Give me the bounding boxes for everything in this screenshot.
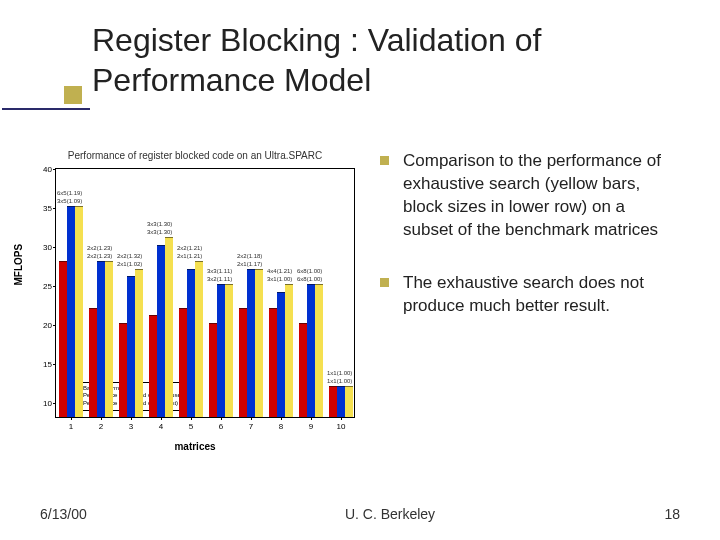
bar-annotation: 3x5(1.09)	[57, 198, 82, 204]
bar-blue	[97, 261, 105, 417]
bar-red	[149, 315, 157, 417]
title-block: Register Blocking : Validation of Perfor…	[92, 20, 672, 100]
bar-group	[149, 237, 173, 417]
bar-annotation: 1x1(1.00)	[327, 378, 352, 384]
x-tick-label: 2	[91, 422, 111, 431]
bar-blue	[247, 269, 255, 417]
y-tick-label: 40	[32, 165, 52, 174]
bar-red	[59, 261, 67, 417]
x-tick-label: 9	[301, 422, 321, 431]
bar-annotation: 6x5(1.19)	[57, 190, 82, 196]
bar-annotation: 6x8(1.00)	[297, 276, 322, 282]
text-column: Comparison to the performance of exhaust…	[380, 150, 700, 450]
footer-date: 6/13/00	[40, 506, 160, 522]
content-row: Performance of register blocked code on …	[0, 150, 720, 450]
bar-group	[239, 269, 263, 417]
footer: 6/13/00 U. C. Berkeley 18	[0, 506, 720, 522]
bar-annotation: 2x1(1.17)	[237, 261, 262, 267]
bar-yellow	[255, 269, 263, 417]
chart-title: Performance of register blocked code on …	[20, 150, 370, 161]
bar-group	[119, 269, 143, 417]
bullet-square-icon	[380, 156, 389, 165]
footer-page-number: 18	[620, 506, 680, 522]
y-tick-label: 30	[32, 243, 52, 252]
bullet-item: Comparison to the performance of exhaust…	[380, 150, 670, 242]
bar-annotation: 2x2(1.21)	[177, 245, 202, 251]
bar-red	[209, 323, 217, 417]
bar-yellow	[315, 284, 323, 417]
bar-annotation: 3x1(1.00)	[267, 276, 292, 282]
bar-group	[299, 284, 323, 417]
y-axis-label: MFLOPS	[13, 244, 24, 286]
bar-annotation: 2x2(1.18)	[237, 253, 262, 259]
bar-blue	[127, 276, 135, 417]
bullet-square-icon	[380, 278, 389, 287]
page-title: Register Blocking : Validation of Perfor…	[92, 20, 672, 100]
bar-blue	[187, 269, 195, 417]
x-tick-label: 10	[331, 422, 351, 431]
bullet-text: The exhaustive search does not produce m…	[403, 272, 670, 318]
bar-red	[179, 308, 187, 417]
bar-annotation: 2x1(1.02)	[117, 261, 142, 267]
x-tick-label: 6	[211, 422, 231, 431]
bar-yellow	[345, 386, 353, 417]
bar-red	[329, 386, 337, 417]
y-tick-label: 20	[32, 321, 52, 330]
x-axis-label: matrices	[20, 441, 370, 452]
bar-red	[119, 323, 127, 417]
bar-group	[269, 284, 293, 417]
bar-group	[209, 284, 233, 417]
bar-yellow	[195, 261, 203, 417]
bar-blue	[277, 292, 285, 417]
bar-annotation: 2x2(1.23)	[87, 253, 112, 259]
bar-yellow	[75, 206, 83, 417]
x-tick-label: 3	[121, 422, 141, 431]
y-tick-label: 15	[32, 360, 52, 369]
y-tick-label: 10	[32, 399, 52, 408]
y-tick-label: 35	[32, 204, 52, 213]
bar-red	[239, 308, 247, 417]
bar-annotation: 4x4(1.21)	[267, 268, 292, 274]
bar-red	[269, 308, 277, 417]
footer-affiliation: U. C. Berkeley	[160, 506, 620, 522]
x-tick-label: 8	[271, 422, 291, 431]
x-tick-label: 5	[181, 422, 201, 431]
bar-annotation: 3x2(1.11)	[207, 276, 232, 282]
bar-blue	[337, 386, 345, 417]
x-tick-label: 4	[151, 422, 171, 431]
bar-yellow	[135, 269, 143, 417]
bar-red	[299, 323, 307, 417]
x-tick-label: 7	[241, 422, 261, 431]
bar-yellow	[285, 284, 293, 417]
bar-annotation: 6x8(1.00)	[297, 268, 322, 274]
bar-annotation: 2x2(1.23)	[87, 245, 112, 251]
bar-annotation: 1x1(1.00)	[327, 370, 352, 376]
bar-group	[59, 206, 83, 417]
bar-annotation: 3x3(1.11)	[207, 268, 232, 274]
bar-annotation: 2x1(1.21)	[177, 253, 202, 259]
y-tick-label: 25	[32, 282, 52, 291]
bar-yellow	[165, 237, 173, 417]
x-tick-label: 1	[61, 422, 81, 431]
chart: Performance of register blocked code on …	[20, 150, 370, 450]
bar-blue	[307, 284, 315, 417]
bar-blue	[157, 245, 165, 417]
plot-area: Base performancePerformance of blocked c…	[55, 168, 355, 418]
slide: Register Blocking : Validation of Perfor…	[0, 0, 720, 540]
chart-column: Performance of register blocked code on …	[0, 150, 380, 450]
bar-yellow	[225, 284, 233, 417]
bar-annotation: 2x2(1.32)	[117, 253, 142, 259]
bullet-item: The exhaustive search does not produce m…	[380, 272, 670, 318]
bullet-text: Comparison to the performance of exhaust…	[403, 150, 670, 242]
bar-yellow	[105, 261, 113, 417]
bar-blue	[217, 284, 225, 417]
title-accent-square	[64, 86, 82, 104]
bar-group	[329, 386, 353, 417]
bar-annotation: 3x3(1.30)	[147, 221, 172, 227]
title-rule	[2, 108, 90, 110]
bar-annotation: 3x3(1.30)	[147, 229, 172, 235]
bar-red	[89, 308, 97, 417]
bar-group	[179, 261, 203, 417]
bar-group	[89, 261, 113, 417]
bar-blue	[67, 206, 75, 417]
